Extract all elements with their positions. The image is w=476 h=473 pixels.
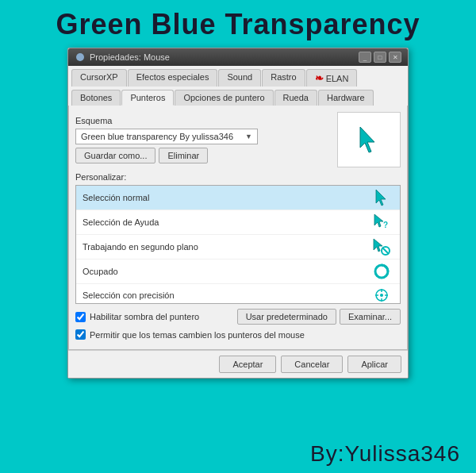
tabs-row1-container: CursorXP Efectos especiales Sound Rastro… (68, 66, 408, 87)
eliminar-button[interactable]: Eliminar (159, 148, 208, 163)
tab-sound[interactable]: Sound (218, 69, 261, 87)
esquema-label: Esquema (75, 116, 326, 125)
svg-marker-2 (376, 190, 386, 206)
cancelar-button[interactable]: Cancelar (281, 356, 343, 373)
page-title: Green Blue Transparency (0, 0, 476, 48)
shadow-checkbox[interactable] (75, 312, 86, 322)
watermark: By:Yulissa346 (310, 441, 460, 467)
esquema-section: Esquema Green blue transparency By yulis… (75, 112, 401, 167)
tab-cursorxp[interactable]: CursorXP (71, 69, 127, 87)
aplicar-button[interactable]: Aplicar (347, 356, 401, 373)
themes-checkbox-row: Permitir que los temas cambien los punte… (75, 329, 401, 340)
tabs-row2-container: Botones Punteros Opciones de puntero Rue… (68, 87, 408, 106)
esquema-inner: Esquema Green blue transparency By yulis… (75, 116, 326, 163)
aceptar-button[interactable]: Aceptar (219, 356, 276, 373)
svg-text:?: ? (383, 221, 388, 229)
properties-window: Propiedades: Mouse _ □ ✕ CursorXP Efecto… (67, 48, 409, 379)
list-item[interactable]: Ocupado (76, 260, 400, 284)
title-bar-controls: _ □ ✕ (359, 52, 401, 63)
elan-icon: ❧ (315, 72, 324, 84)
maximize-button[interactable]: □ (374, 52, 386, 63)
cursor-background-icon (370, 238, 393, 256)
title-bar-left: Propiedades: Mouse (75, 52, 170, 63)
dropdown-arrow-icon: ▼ (245, 133, 252, 140)
svg-marker-1 (360, 127, 374, 152)
esquema-buttons: Guardar como... Eliminar (75, 148, 326, 163)
preview-cursor-icon (357, 125, 381, 154)
shadow-checkbox-row: Habilitar sombra del puntero Usar predet… (75, 309, 401, 325)
personalizar-label: Personalizar: (75, 172, 401, 182)
title-bar: Propiedades: Mouse _ □ ✕ (68, 48, 408, 66)
cursor-normal-icon (370, 189, 393, 206)
window-title: Propiedades: Mouse (90, 52, 170, 62)
tab-hardware[interactable]: Hardware (318, 90, 374, 106)
close-button[interactable]: ✕ (389, 52, 401, 63)
cursor-list[interactable]: Selección normal Selección de Ayuda ? (75, 185, 401, 304)
guardar-button[interactable]: Guardar como... (75, 148, 155, 163)
shadow-action-buttons: Usar predeterminado Examinar... (237, 309, 401, 325)
cursor-help-icon: ? (370, 213, 393, 231)
tabs-row2: Botones Punteros Opciones de puntero Rue… (71, 90, 405, 106)
list-item[interactable]: Trabajando en segundo plano (76, 235, 400, 260)
list-item[interactable]: Selección de Ayuda ? (76, 210, 400, 235)
svg-point-0 (76, 53, 84, 61)
shadow-checkbox-label: Habilitar sombra del puntero (75, 312, 199, 322)
tab-efectos-especiales[interactable]: Efectos especiales (128, 69, 218, 87)
minimize-button[interactable]: _ (359, 52, 371, 63)
usar-predeterminado-button[interactable]: Usar predeterminado (237, 309, 336, 325)
svg-point-14 (380, 294, 383, 297)
list-item[interactable]: Selección normal (76, 186, 400, 210)
tab-punteros[interactable]: Punteros (121, 90, 174, 106)
svg-line-7 (382, 248, 389, 254)
examinar-button[interactable]: Examinar... (340, 309, 401, 325)
tab-rueda[interactable]: Rueda (274, 90, 317, 106)
tab-content: Esquema Green blue transparency By yulis… (68, 106, 408, 350)
tabs-row1: CursorXP Efectos especiales Sound Rastro… (71, 69, 405, 87)
esquema-dropdown[interactable]: Green blue transparency By yulissa346 ▼ (75, 129, 258, 144)
svg-marker-3 (374, 214, 383, 227)
themes-checkbox[interactable] (75, 329, 86, 340)
tab-botones[interactable]: Botones (71, 90, 121, 106)
tab-elan[interactable]: ❧ ELAN (306, 69, 358, 87)
cursor-busy-icon (370, 263, 393, 280)
cursor-preview-box (337, 112, 401, 167)
tab-opciones-puntero[interactable]: Opciones de puntero (175, 90, 273, 106)
bottom-buttons: Aceptar Cancelar Aplicar (68, 350, 408, 378)
window-icon (75, 52, 86, 63)
cursor-precision-icon (370, 287, 393, 303)
list-item[interactable]: Selección con precisión (76, 284, 400, 304)
tab-rastro[interactable]: Rastro (262, 69, 305, 87)
